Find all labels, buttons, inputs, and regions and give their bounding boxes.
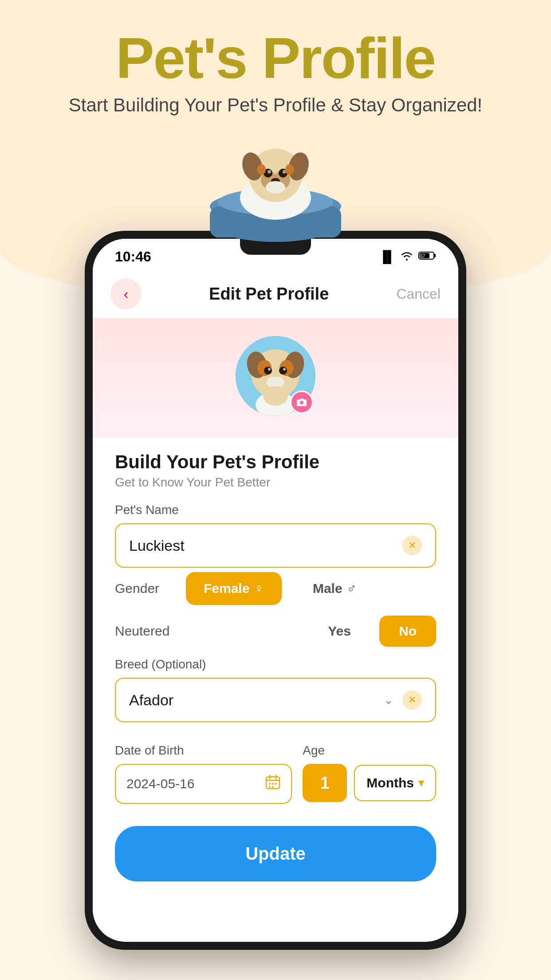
age-unit-label: Months [366, 775, 414, 790]
yes-button[interactable]: Yes [308, 616, 370, 647]
form-section-title: Build Your Pet's Profile [115, 451, 436, 473]
svg-point-43 [275, 783, 277, 785]
phone-frame: 10:46 ▐▌ 67 [85, 231, 466, 950]
yes-label: Yes [328, 624, 351, 638]
neutered-label: Neutered [115, 624, 169, 639]
camera-badge[interactable] [290, 391, 313, 414]
age-label: Age [303, 743, 436, 758]
phone-screen: 10:46 ▐▌ 67 [93, 239, 458, 942]
svg-rect-19 [434, 254, 436, 257]
svg-point-36 [300, 401, 303, 404]
svg-point-17 [285, 164, 294, 175]
gender-label: Gender [115, 581, 173, 596]
breed-dropdown[interactable]: Afador ⌄ ✕ [115, 678, 436, 722]
no-button[interactable]: No [379, 616, 436, 647]
svg-point-42 [272, 783, 274, 785]
clear-name-button[interactable]: ✕ [402, 536, 422, 555]
wifi-icon [401, 250, 413, 264]
male-button[interactable]: Male ♂ [295, 572, 374, 605]
status-time: 10:46 [115, 249, 151, 265]
svg-point-16 [257, 164, 266, 175]
dob-input[interactable]: 2024-05-16 [115, 764, 292, 804]
profile-pic-area [93, 318, 458, 438]
age-value: 1 [320, 774, 330, 793]
male-label: Male [313, 581, 342, 596]
calendar-icon [265, 775, 280, 793]
update-button[interactable]: Update [115, 826, 436, 881]
svg-point-45 [272, 786, 274, 788]
months-chevron-icon: ▾ [418, 777, 424, 789]
svg-point-35 [263, 386, 288, 406]
dog-illustration [205, 129, 346, 244]
svg-point-12 [268, 170, 271, 174]
update-label: Update [245, 844, 306, 863]
back-button[interactable]: ‹ [110, 278, 142, 309]
male-symbol: ♂ [347, 581, 357, 596]
female-button[interactable]: Female ♀ [186, 572, 282, 605]
female-label: Female [204, 581, 249, 596]
dob-label: Date of Birth [115, 743, 292, 758]
page-title: Pet's Profile [0, 27, 551, 90]
dob-value: 2024-05-16 [126, 776, 194, 791]
pet-name-input[interactable]: Luckiest ✕ [115, 523, 436, 568]
svg-point-28 [264, 367, 272, 375]
profile-pic-container[interactable] [236, 336, 315, 416]
app-content: ‹ Edit Pet Profile Cancel [93, 269, 458, 937]
svg-point-30 [268, 368, 271, 371]
status-icons: ▐▌ 67 [379, 250, 436, 264]
dob-age-section: Date of Birth 2024-05-16 [115, 733, 436, 804]
page-subtitle: Start Building Your Pet's Profile & Stay… [0, 95, 551, 116]
age-unit-dropdown[interactable]: Months ▾ [354, 765, 436, 801]
age-row: 1 Months ▾ [303, 764, 436, 802]
pet-name-label: Pet's Name [115, 503, 436, 517]
svg-point-41 [269, 783, 271, 785]
female-symbol: ♀ [254, 581, 264, 596]
form-area: Build Your Pet's Profile Get to Know You… [93, 438, 458, 813]
svg-point-44 [269, 786, 271, 788]
neutered-options: Yes No [308, 616, 436, 647]
no-label: No [399, 624, 417, 638]
svg-point-29 [279, 367, 287, 375]
breed-value: Afador [129, 692, 173, 709]
age-section: Age 1 Months ▾ [303, 733, 436, 802]
nav-title: Edit Pet Profile [209, 285, 329, 304]
signal-icon: ▐▌ [379, 250, 395, 264]
breed-right: ⌄ ✕ [384, 690, 422, 710]
clear-breed-button[interactable]: ✕ [402, 690, 422, 710]
gender-row: Gender Female ♀ Male ♂ [115, 572, 436, 605]
dob-section: Date of Birth 2024-05-16 [115, 733, 292, 804]
header-area: Pet's Profile Start Building Your Pet's … [0, 27, 551, 116]
svg-point-15 [266, 181, 285, 194]
svg-text:67: 67 [420, 254, 425, 259]
battery-icon: 67 [418, 250, 436, 264]
svg-point-31 [283, 368, 286, 371]
breed-chevron-icon: ⌄ [384, 693, 394, 707]
pet-name-value: Luckiest [129, 537, 185, 554]
form-section-sub: Get to Know Your Pet Better [115, 475, 436, 490]
cancel-button[interactable]: Cancel [396, 286, 441, 302]
nav-bar: ‹ Edit Pet Profile Cancel [93, 269, 458, 318]
breed-label: Breed (Optional) [115, 657, 436, 672]
neutered-row: Neutered Yes No [115, 616, 436, 647]
age-value-box[interactable]: 1 [303, 764, 347, 802]
